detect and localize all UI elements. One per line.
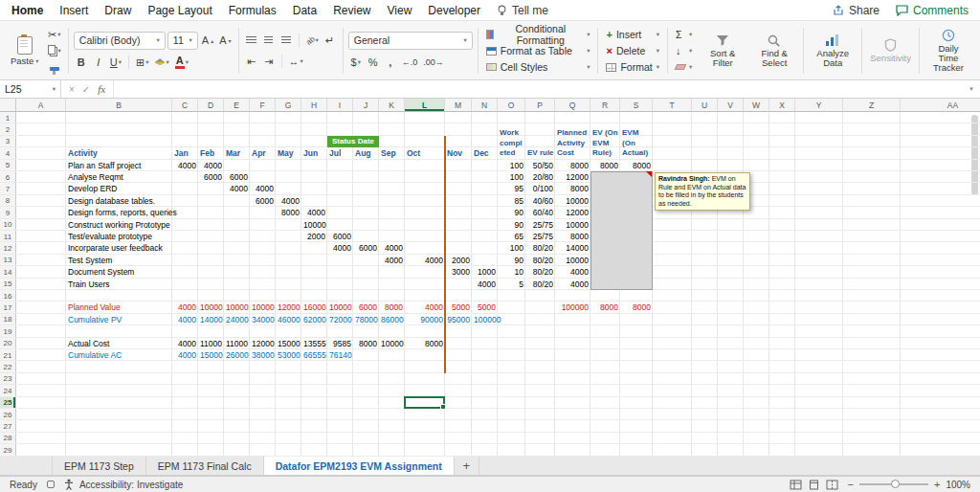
comma-style-button[interactable]: , <box>383 55 398 71</box>
align-right-button[interactable] <box>278 33 294 49</box>
grid-cell-Q9[interactable]: 12000 <box>555 207 590 218</box>
font-color-button[interactable]: A▾ <box>173 55 190 71</box>
grid-cell-E4[interactable]: Mar <box>224 147 250 159</box>
column-header-U[interactable]: U <box>692 99 718 112</box>
increase-decimal-button[interactable]: ←.0 <box>400 55 420 71</box>
grid-cell-K12[interactable]: 4000 <box>379 242 405 254</box>
grid-cell-Q17[interactable]: 100000 <box>555 302 590 313</box>
align-left-button[interactable] <box>244 33 259 49</box>
grid-cell-B8[interactable]: Design database tables. <box>66 195 172 207</box>
grid-cell-H20[interactable]: 13555 <box>301 338 327 349</box>
grid-cell-G9[interactable]: 8000 <box>276 207 301 218</box>
grid-cell-G8[interactable]: 4000 <box>276 195 301 207</box>
column-header-I[interactable]: I <box>327 99 353 112</box>
grid-cell-H4[interactable]: Jun <box>301 147 327 159</box>
grid-cell-L17[interactable]: 4000 <box>405 302 445 313</box>
grid-cell-S5[interactable]: 8000 <box>620 160 653 171</box>
grid-cell-N15[interactable]: 4000 <box>472 279 498 290</box>
column-header-G[interactable]: G <box>276 99 301 112</box>
column-header-L[interactable]: L <box>405 99 445 112</box>
grid-cell-H18[interactable]: 62000 <box>301 314 327 325</box>
grid-cell-P10[interactable]: 25/75 <box>525 219 555 231</box>
fill-color-button[interactable]: ▾ <box>153 55 171 71</box>
grid-cell-F18[interactable]: 34000 <box>250 314 276 325</box>
column-header-B[interactable]: B <box>66 99 172 112</box>
format-painter-button[interactable] <box>46 59 63 76</box>
normal-view-icon[interactable] <box>790 480 802 490</box>
sheet-tab-epm-1173-final-calc[interactable]: EPM 1173 Final Calc <box>146 457 264 475</box>
menu-item-data[interactable]: Data <box>293 4 317 17</box>
column-header-C[interactable]: C <box>172 99 198 112</box>
grid-cell-Q13[interactable]: 10000 <box>555 255 590 266</box>
cell-styles-button[interactable]: Cell Styles▾ <box>483 59 593 75</box>
column-header-R[interactable]: R <box>590 99 620 112</box>
column-header-X[interactable]: X <box>769 99 795 112</box>
formula-input[interactable] <box>114 80 963 98</box>
grid-cell-O6[interactable]: 100 <box>498 171 525 183</box>
grid-cell-H21[interactable]: 66555 <box>301 349 327 361</box>
grid-cell-Q6[interactable]: 12000 <box>555 171 590 183</box>
page-break-view-icon[interactable] <box>826 480 838 490</box>
spreadsheet-grid[interactable]: ABCDEFGHIJKLMNOPQRSTUVWXYZAA123456789101… <box>0 99 980 457</box>
grid-cell-O10[interactable]: 90 <box>498 219 525 231</box>
grid-cell-K17[interactable]: 8000 <box>379 302 405 313</box>
grid-cell-C21[interactable]: 4000 <box>172 349 198 361</box>
grid-cell-N17[interactable]: 5000 <box>472 302 498 313</box>
column-header-D[interactable]: D <box>198 99 224 112</box>
column-header-J[interactable]: J <box>353 99 379 112</box>
grid-cell-P14[interactable]: 80/20 <box>525 266 555 278</box>
decrease-font-size-button[interactable]: A▾ <box>217 33 233 49</box>
grid-cell-N4[interactable]: Dec <box>472 147 498 159</box>
grid-cell-M13[interactable]: 2000 <box>445 255 472 266</box>
insert-function-icon[interactable]: fx <box>98 83 105 95</box>
grid-cell-B7[interactable]: Develop ERD <box>66 183 172 194</box>
column-header-Q[interactable]: Q <box>555 99 590 112</box>
analyze-data-button[interactable]: Analyze Data <box>809 25 857 77</box>
grid-cell-E20[interactable]: 11000 <box>224 338 250 349</box>
column-header-K[interactable]: K <box>379 99 405 112</box>
align-center-button[interactable] <box>261 33 277 49</box>
grid-cell-D5[interactable]: 4000 <box>198 160 224 171</box>
grid-cell-M14[interactable]: 3000 <box>445 266 472 278</box>
grid-cell-I21[interactable]: 76140 <box>327 349 353 361</box>
zoom-level[interactable]: 100% <box>946 480 970 490</box>
grid-cell-Q10[interactable]: 10000 <box>555 219 590 231</box>
grid-cell-B5[interactable]: Plan an Staff project <box>66 160 172 171</box>
underline-button[interactable]: U▾ <box>108 55 123 71</box>
grid-cell-P8[interactable]: 40/60 <box>525 195 555 207</box>
grid-cell-I18[interactable]: 72000 <box>327 314 353 325</box>
grid-cell-C18[interactable]: 4000 <box>172 314 198 325</box>
orientation-button[interactable]: ab▾ <box>304 33 321 49</box>
italic-button[interactable]: I <box>91 55 106 71</box>
zoom-out-button[interactable]: − <box>848 479 854 490</box>
grid-cell-B21[interactable]: Cumulative AC <box>66 349 172 361</box>
column-header-E[interactable]: E <box>224 99 250 112</box>
grid-cell-H11[interactable]: 2000 <box>301 231 327 242</box>
grid-cell-B9[interactable]: Design forms, reports, queries <box>66 207 172 218</box>
grid-cell-B11[interactable]: Test/evaluate prototype <box>66 231 172 242</box>
name-box[interactable]: L25 ▾ <box>0 80 61 98</box>
menu-item-view[interactable]: View <box>388 4 412 17</box>
clear-button[interactable]: ▾ <box>673 59 695 75</box>
menu-item-home[interactable]: Home <box>11 4 43 17</box>
increase-indent-button[interactable]: ⇥ <box>261 54 277 70</box>
menu-item-formulas[interactable]: Formulas <box>229 4 277 17</box>
decrease-decimal-button[interactable]: .00→ <box>421 55 446 71</box>
increase-font-size-button[interactable]: A▴ <box>200 33 215 49</box>
grid-cell-J12[interactable]: 6000 <box>353 242 379 254</box>
sheet-tab-epm-1173-step[interactable]: EPM 1173 Step <box>53 457 146 475</box>
grid-cell-J20[interactable]: 8000 <box>353 338 379 349</box>
grid-cell-Q7[interactable]: 8000 <box>555 183 590 194</box>
grid-cell-F17[interactable]: 10000 <box>250 302 276 313</box>
column-header-T[interactable]: T <box>653 99 692 112</box>
tell-me-button[interactable]: Tell me <box>497 4 548 17</box>
formula-bar-collapse-icon[interactable]: ▾ <box>963 80 980 98</box>
grid-cell-M18[interactable]: 95000 <box>445 314 472 325</box>
confirm-entry-icon[interactable]: ✓ <box>82 84 90 95</box>
grid-cell-P6[interactable]: 20/80 <box>525 171 555 183</box>
grid-cell-B20[interactable]: Actual Cost <box>66 338 172 349</box>
grid-cell-O12[interactable]: 100 <box>498 242 525 254</box>
daily-time-tracker-button[interactable]: Daily Time Tracker <box>924 25 972 77</box>
grid-cell-Q8[interactable]: 10000 <box>555 195 590 207</box>
grid-cell-F20[interactable]: 12000 <box>250 338 276 349</box>
